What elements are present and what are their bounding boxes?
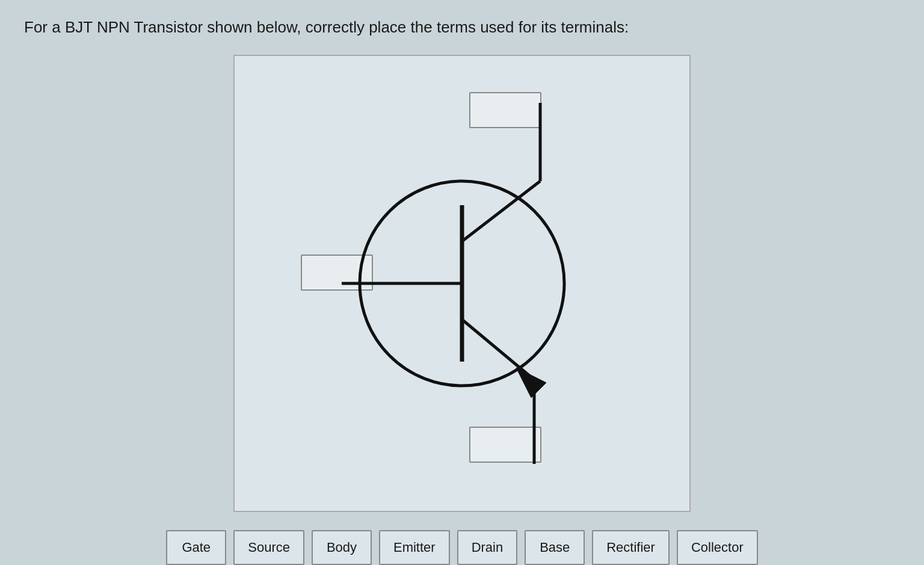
svg-line-5 (462, 320, 534, 380)
main-area: Gate Source Body Emitter Drain Base Rect… (24, 55, 900, 565)
button-drain[interactable]: Drain (457, 530, 518, 565)
transistor-diagram (312, 103, 612, 464)
button-base[interactable]: Base (525, 530, 585, 565)
button-emitter[interactable]: Emitter (379, 530, 450, 565)
button-source[interactable]: Source (233, 530, 304, 565)
button-body[interactable]: Body (312, 530, 372, 565)
button-collector[interactable]: Collector (677, 530, 758, 565)
button-gate[interactable]: Gate (166, 530, 226, 565)
diagram-container (233, 55, 691, 512)
instruction-text: For a BJT NPN Transistor shown below, co… (24, 18, 629, 37)
terms-toolbar: Gate Source Body Emitter Drain Base Rect… (24, 530, 900, 565)
svg-marker-7 (516, 368, 546, 398)
button-rectifier[interactable]: Rectifier (592, 530, 670, 565)
